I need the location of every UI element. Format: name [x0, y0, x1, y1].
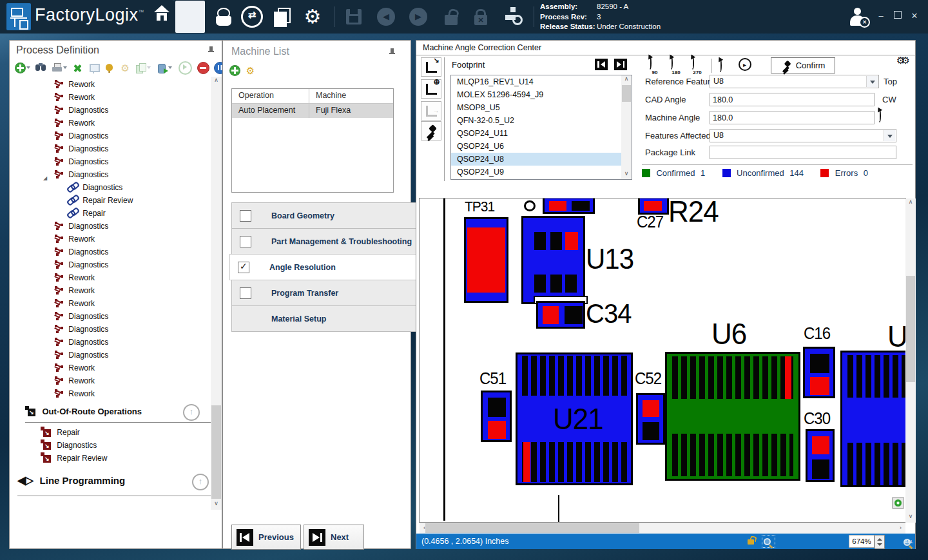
reset-rotation-button[interactable]: ▸ [739, 58, 751, 71]
machine-table-row[interactable]: Auto Placement Fuji Flexa [232, 104, 393, 118]
wizard-step[interactable]: Program Transfer [231, 280, 419, 306]
canvas-vscrollbar[interactable]: ∧ ∨ [905, 198, 916, 523]
add-machine-icon[interactable] [229, 65, 240, 76]
line-programming-header[interactable]: ◀▷ Line Programming [17, 474, 211, 490]
stop-icon[interactable] [197, 62, 209, 74]
zoom-spinner[interactable] [875, 535, 885, 549]
scrollbar-thumb[interactable] [906, 276, 915, 382]
machine-gear-icon[interactable]: ⚙ [245, 65, 256, 76]
tree-operation-item[interactable]: ◢ Rework [10, 362, 209, 374]
footprint-item[interactable]: QFN-32-0.5_U2 [451, 114, 621, 127]
machine-angle-input[interactable] [710, 111, 875, 124]
footprint-item[interactable]: QSOP24_U9 [451, 166, 621, 179]
home-button[interactable] [151, 5, 173, 28]
pcb-component-u6[interactable] [665, 352, 800, 481]
presentation-icon[interactable] [88, 63, 99, 73]
pcb-component-u21[interactable]: U21 [516, 352, 633, 485]
tree-operation-item[interactable]: ◢ Rework [10, 91, 209, 104]
maximize-button[interactable] [892, 11, 904, 23]
wizard-step[interactable]: Material Setup [231, 305, 419, 332]
layer-toggle-button[interactable] [892, 497, 904, 509]
scroll-down-icon[interactable]: ∨ [905, 513, 916, 523]
pcb-component-c16[interactable] [803, 347, 835, 398]
footprint-scrollbar[interactable]: ∧ ∨ [621, 75, 632, 179]
forward-button[interactable]: ▶ [408, 5, 429, 28]
footprint-item[interactable]: QSOP24_U8 [451, 153, 621, 166]
add-operation-icon[interactable] [15, 63, 26, 73]
unlock-button[interactable] [442, 5, 460, 28]
pin-confirm-button[interactable] [421, 121, 441, 140]
connector-icon[interactable] [72, 63, 83, 73]
tree-operation-item[interactable]: ◢ Diagnostics [10, 181, 209, 194]
scroll-down-icon[interactable]: ∨ [621, 170, 632, 179]
bell-icon[interactable] [104, 63, 115, 73]
zoom-lock-icon[interactable] [747, 536, 755, 545]
tree-operation-item[interactable]: ◢ Repair Review [10, 194, 209, 207]
tree-operation-item[interactable]: ◢ Diagnostics [10, 220, 209, 233]
tree-scrollbar[interactable]: ∧ ∨ [211, 77, 222, 510]
database-export-icon[interactable] [157, 63, 168, 73]
tree-operation-item[interactable]: ◢ Rework [10, 297, 209, 310]
tree-operation-item[interactable]: ◢ Diagnostics [10, 258, 209, 271]
zoom-window-icon[interactable] [762, 535, 775, 548]
cad-angle-input[interactable] [710, 93, 875, 106]
last-footprint-button[interactable] [614, 59, 627, 70]
footprint-item[interactable]: MLQP16_REV1_U14 [451, 75, 621, 88]
tree-operation-item[interactable]: ◢ Rework [10, 284, 209, 297]
out-of-route-item[interactable]: Repair [41, 426, 208, 439]
footprint-item[interactable]: MSOP8_U5 [451, 101, 621, 114]
step-checkbox[interactable] [240, 210, 251, 222]
materials-button[interactable] [213, 5, 233, 28]
run-icon[interactable] [179, 61, 192, 75]
wizard-step[interactable]: Board Geometry [231, 202, 419, 229]
tree-operation-item[interactable]: ◢ Diagnostics [10, 155, 209, 168]
reference-feature-dropdown[interactable]: U8 [710, 75, 879, 88]
find-icon[interactable] [35, 63, 46, 73]
first-footprint-button[interactable] [595, 59, 608, 70]
angle-transfer-button[interactable] [421, 101, 441, 121]
footprint-item[interactable]: MOLEX 51296-4594_J9 [451, 88, 621, 101]
rotate-270-button[interactable]: 270 [688, 57, 707, 74]
tree-operation-item[interactable]: ◢ Diagnostics [10, 323, 209, 336]
process-editor-button[interactable] [175, 1, 205, 33]
tree-operation-item[interactable]: ◢ Repair [10, 207, 209, 220]
confirm-button[interactable]: Confirm [771, 57, 835, 73]
rotate-180-button[interactable]: 180 [666, 57, 686, 74]
lock-cancel-button[interactable]: ✕ [472, 5, 490, 28]
scroll-right-icon[interactable]: › [896, 523, 905, 534]
tree-operation-item[interactable]: ◢ Rework [10, 271, 209, 284]
scroll-down-icon[interactable]: ∨ [211, 500, 222, 510]
pcb-component-u-partial[interactable] [840, 351, 906, 487]
tree-operation-item[interactable]: ◢ Rework [10, 374, 209, 387]
back-button[interactable]: ◀ [376, 5, 396, 28]
pcb-component-c30[interactable] [806, 429, 835, 482]
scroll-up-icon[interactable]: ∧ [905, 198, 916, 208]
tree-operation-item[interactable]: ◢ Rework [10, 78, 209, 91]
tree-operation-item[interactable]: ◢ Diagnostics [10, 142, 209, 155]
zoom-percent-input[interactable] [849, 535, 875, 548]
zoom-all-icon[interactable]: ALL [904, 537, 913, 547]
scrollbar-thumb[interactable] [425, 523, 639, 533]
column-machine[interactable]: Machine [309, 89, 393, 103]
column-operation[interactable]: Operation [232, 89, 309, 103]
scroll-up-icon[interactable]: ∧ [621, 75, 632, 84]
scrollbar-thumb[interactable] [622, 85, 631, 102]
pcb-component-tp31[interactable] [464, 217, 508, 303]
canvas-hscrollbar[interactable]: ‹ › [420, 523, 905, 534]
scroll-up-icon[interactable]: ∧ [211, 77, 222, 86]
pin-icon[interactable] [208, 46, 214, 55]
refresh-angle-button[interactable] [878, 110, 890, 122]
pcb-component-c34[interactable] [536, 301, 585, 329]
promote-icon[interactable]: ↑ [183, 404, 200, 421]
copy-icon[interactable] [135, 63, 146, 73]
next-button[interactable]: Next [304, 525, 364, 550]
features-affected-dropdown[interactable]: U8 [710, 129, 896, 142]
step-checkbox[interactable] [238, 262, 249, 273]
tree-operation-item[interactable]: ◢ Diagnostics [10, 246, 209, 258]
out-of-route-item[interactable]: Repair Review [41, 452, 208, 465]
pcb-component-c52[interactable] [636, 393, 665, 445]
angle-add-button[interactable] [421, 79, 441, 99]
tree-operation-item[interactable]: ◢ Diagnostics [10, 130, 209, 142]
print-icon[interactable] [52, 63, 63, 73]
pcb-canvas[interactable]: TP31 U13 C34 [419, 198, 906, 523]
